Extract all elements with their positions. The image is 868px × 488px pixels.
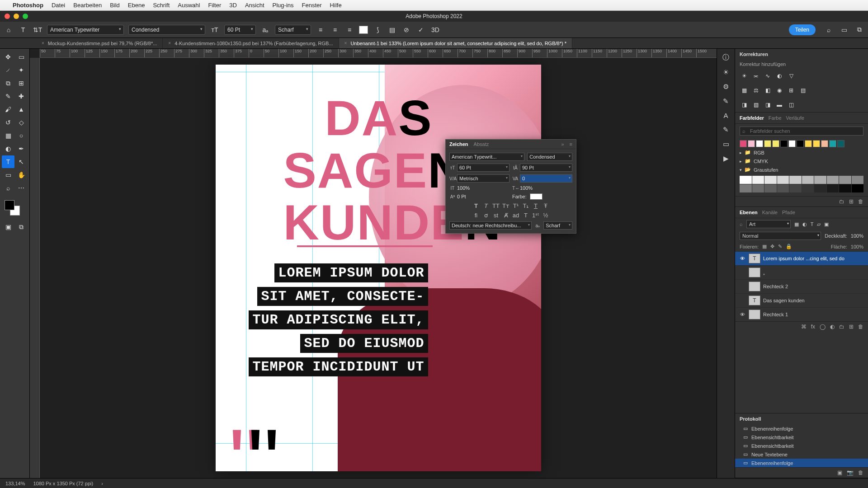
layer-thumbnail[interactable] (749, 282, 760, 291)
color-swatch[interactable] (805, 140, 812, 147)
color-swatch[interactable] (797, 140, 804, 147)
ordinals[interactable]: 1ˢᵗ (532, 212, 540, 219)
hand-tool[interactable]: ✋ (15, 169, 28, 181)
tab-farbfelder[interactable]: Farbfelder (740, 115, 764, 121)
warp-text-icon[interactable]: ⟆ (373, 25, 382, 35)
brush-tool[interactable]: 🖌 (2, 103, 14, 116)
layer-name[interactable]: „ (763, 270, 864, 275)
layer-thumbnail[interactable] (749, 310, 760, 319)
adj-vibrance-icon[interactable]: ▽ (787, 71, 796, 80)
char-font-size[interactable]: 60 Pt (457, 164, 509, 172)
tab-absatz[interactable]: Absatz (474, 141, 489, 147)
home-icon[interactable]: ⌂ (4, 25, 14, 35)
delete-state-icon[interactable]: 🗑 (858, 469, 863, 476)
gray-swatch[interactable] (777, 184, 789, 192)
filter-adjust-icon[interactable]: ◐ (802, 221, 807, 227)
filter-pixel-icon[interactable]: ▦ (794, 221, 799, 227)
zoom-level[interactable]: 133,14% (5, 481, 25, 486)
adj-channelmixer-icon[interactable]: ⊞ (787, 86, 796, 95)
menu-ebene[interactable]: Ebene (128, 2, 145, 9)
visibility-toggle-icon[interactable]: 👁 (739, 256, 746, 261)
gray-swatch[interactable] (814, 176, 826, 184)
eyedropper-tool[interactable]: ✎ (2, 90, 14, 103)
swatch-folder-cmyk[interactable]: ▸📁CMYK (735, 157, 868, 165)
new-group-icon[interactable]: 🗀 (839, 324, 844, 330)
layer-row[interactable]: „ (735, 265, 868, 279)
character-panel-toggle-icon[interactable]: ▤ (387, 25, 397, 35)
adj-posterize-icon[interactable]: ▧ (751, 100, 760, 109)
adjustments-panel-title[interactable]: Korrekturen (735, 49, 868, 60)
character-panel[interactable]: Zeichen Absatz » ≡ American Typewrit... … (445, 139, 576, 234)
headline-text[interactable]: DAS SAGEN KUNDEN (283, 92, 433, 249)
underline[interactable]: T (532, 202, 540, 209)
workspace-switcher-icon[interactable]: ▭ (839, 25, 849, 35)
menu-plugins[interactable]: Plug-ins (273, 2, 294, 9)
horizontal-ruler[interactable]: 5075100125150175200225250275300325350375… (40, 49, 717, 58)
adj-curves-icon[interactable]: ∿ (763, 71, 772, 80)
tab-ebenen[interactable]: Ebenen (740, 210, 758, 215)
tab-farbe[interactable]: Farbe (769, 115, 782, 121)
clone-stamp-tool[interactable]: ▲ (15, 103, 28, 116)
layer-row[interactable]: 👁TLorem ipsum dolor ...cing elit, sed do (735, 251, 868, 265)
dodge-tool[interactable]: ◐ (2, 142, 14, 155)
color-swatch[interactable] (740, 140, 747, 147)
contextual-alt[interactable]: ơ (482, 212, 490, 219)
snapshot-icon[interactable]: 📷 (847, 469, 854, 476)
rectangular-marquee-tool[interactable]: ▭ (15, 51, 28, 63)
opacity-value[interactable]: 100% (851, 233, 863, 239)
text-orientation-icon[interactable]: ⇅T (33, 25, 42, 35)
close-tab-icon[interactable]: × (168, 41, 171, 46)
quick-mask-icon[interactable]: ▣ (2, 221, 14, 233)
paragraph-panel-icon[interactable]: ✎ (723, 126, 729, 134)
properties-panel-icon[interactable]: ▭ (723, 140, 729, 148)
small-caps[interactable]: Tᴛ (502, 202, 510, 209)
gray-swatch[interactable] (752, 176, 764, 184)
tab-verlaeufe[interactable]: Verläufe (786, 115, 804, 121)
align-center-icon[interactable]: ≡ (330, 25, 340, 35)
fill-value[interactable]: 100% (851, 244, 863, 249)
color-swatch[interactable] (764, 140, 771, 147)
minimize-window-button[interactable] (14, 14, 19, 19)
swatch-folder-rgb[interactable]: ▸📁RGB (735, 148, 868, 157)
panel-menu-icon[interactable]: ≡ (570, 141, 572, 147)
layer-row[interactable]: 👁Rechteck 1 (735, 307, 868, 321)
collapse-panel-icon[interactable]: » (561, 141, 564, 147)
document-info[interactable]: 1080 Px x 1350 Px (72 ppi) (33, 481, 93, 486)
layer-fx-icon[interactable]: fx (811, 324, 815, 330)
adjustments-panel-icon[interactable]: ⚙ (723, 83, 729, 91)
font-family-select[interactable]: American Typewriter (47, 25, 124, 35)
type-tool-preset-icon[interactable]: T (18, 25, 28, 35)
char-antialias[interactable]: Scharf (543, 221, 572, 230)
crop-tool[interactable]: ⧉ (2, 77, 14, 89)
info-panel-icon[interactable]: ⓘ (722, 53, 729, 62)
3d-text-icon[interactable]: 3D (430, 25, 440, 35)
gray-swatch[interactable] (752, 184, 764, 192)
char-language[interactable]: Deutsch: neue Rechtschreibu... (449, 221, 532, 230)
align-right-icon[interactable]: ≡ (344, 25, 354, 35)
subscript[interactable]: T₁ (522, 202, 530, 209)
adj-photofilter-icon[interactable]: ◉ (775, 86, 784, 95)
history-state[interactable]: ▭Ebenensichtbarkeit (735, 433, 868, 441)
char-color-swatch[interactable] (530, 193, 542, 200)
close-tab-icon[interactable]: × (42, 41, 44, 46)
char-vscale[interactable]: 100% (457, 185, 470, 191)
share-button[interactable]: Teilen (789, 24, 816, 35)
gray-swatch[interactable] (852, 184, 864, 192)
font-size-select[interactable]: 60 Pt (224, 25, 256, 35)
brushes-panel-icon[interactable]: ✎ (723, 97, 729, 105)
close-window-button[interactable] (5, 14, 10, 19)
fractions[interactable]: ½ (542, 212, 550, 219)
char-font-style[interactable]: Condensed (527, 153, 572, 161)
gray-swatch[interactable] (839, 184, 851, 192)
menu-datei[interactable]: Datei (52, 2, 65, 9)
lorem-text-layer[interactable]: LOREM IPSUM DOLOR SIT AMET, CONSECTE- TU… (243, 263, 428, 381)
layer-name[interactable]: Rechteck 2 (763, 284, 864, 289)
blur-tool[interactable]: ○ (15, 129, 28, 142)
vertical-ruler[interactable] (30, 58, 40, 478)
menu-ansicht[interactable]: Ansicht (245, 2, 264, 9)
new-layer-icon[interactable]: ⊞ (849, 324, 854, 330)
gray-swatch[interactable] (764, 176, 777, 184)
layer-name[interactable]: Lorem ipsum dolor ...cing elit, sed do (763, 256, 864, 261)
gray-swatch[interactable] (764, 184, 777, 192)
status-menu-icon[interactable]: › (101, 481, 103, 486)
